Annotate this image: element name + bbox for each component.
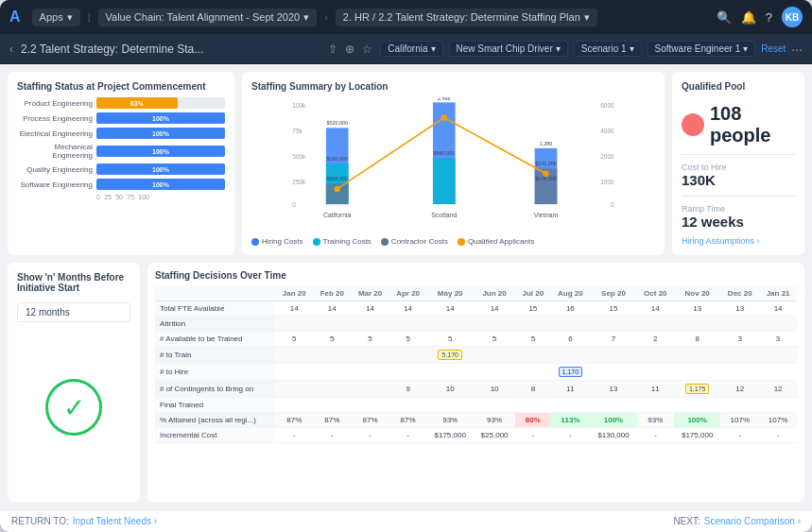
svg-text:2000: 2000 (600, 153, 614, 160)
staffing-summary-title: Staffing Summary by Location (251, 81, 655, 92)
table-row-fte: Total FTE Available 141414 141414 151615… (155, 301, 797, 317)
apps-label: Apps (40, 11, 63, 23)
table-row-contingents: # of Contingents to Bring on 91010 81113… (155, 381, 797, 398)
col-header-jun20: Jun 20 (474, 286, 515, 301)
pool-people: 108 people (682, 103, 795, 146)
decisions-title: Staffing Decisions Over Time (155, 270, 797, 281)
pool-circle-icon (682, 113, 704, 136)
col-header-jan20: Jan 20 (275, 286, 313, 301)
staffing-chart: 100k 75k 500k 250k 0 $520,000 $190,000 $… (251, 97, 655, 230)
months-input[interactable] (17, 302, 130, 322)
table-row-to-train: # to Train 5,170 (155, 347, 797, 364)
cell-100pct: 100% (590, 413, 636, 428)
svg-text:1000: 1000 (600, 179, 614, 185)
return-label: RETURN TO: (11, 516, 69, 526)
next-link[interactable]: Scenario Comparison › (704, 516, 801, 526)
bar-container-mechanical: 100% (96, 146, 225, 157)
top-section: Staffing Status at Project Commencement … (0, 64, 812, 259)
ramp-time-value: 12 weeks (682, 214, 795, 230)
sub-nav: ‹ 2.2 Talent Strategy: Determine Sta... … (0, 34, 812, 64)
help-icon[interactable]: ? (766, 10, 772, 25)
breadcrumb2[interactable]: 2. HR / 2.2 Talent Strategy: Determine S… (336, 9, 597, 26)
next-label: NEXT: (673, 516, 700, 526)
bottom-section: Show 'n' Months Before Initiative Start … (0, 259, 812, 509)
col-header-may20: May 20 (426, 286, 473, 301)
filter-scenario[interactable]: Scenario 1▾ (574, 41, 642, 57)
legend-qualified: Qualified Applicants (458, 237, 534, 246)
breadcrumb2-chevron: ▾ (584, 11, 590, 24)
legend-training: Training Costs (313, 237, 371, 246)
bar-row-quality: Quality Engineering 100% (17, 163, 225, 175)
filter-california[interactable]: California▾ (380, 41, 442, 57)
table-body: Total FTE Available 141414 141414 151615… (155, 301, 797, 443)
back-button[interactable]: ‹ (9, 43, 13, 56)
bar-fill-product: 63% (96, 97, 178, 109)
col-header-dec20: Dec 20 (720, 286, 759, 301)
nav-footer: RETURN TO: Input Talent Needs › NEXT: Sc… (0, 509, 812, 532)
bar-fill-electrical: 100% (96, 128, 225, 139)
search-icon[interactable]: 🔍 (717, 10, 732, 25)
legend-hiring: Hiring Costs (251, 237, 303, 246)
decisions-table: Jan 20 Feb 20 Mar 20 Apr 20 May 20 Jun 2… (155, 286, 797, 443)
col-header-mar20: Mar 20 (351, 286, 389, 301)
bar-fill-mechanical: 100% (96, 146, 225, 157)
svg-text:500k: 500k (292, 153, 306, 160)
more-options-icon[interactable]: ··· (791, 42, 803, 57)
col-header-jan21: Jan 21 (759, 286, 797, 301)
qualified-pool-card: Qualified Pool 108 people Cost to Hire 1… (672, 72, 804, 255)
reset-button[interactable]: Reset (761, 43, 786, 54)
staffing-status-bars: Product Engineering 63% Process Engineer… (17, 97, 225, 190)
table-row-cost: Incremental Cost --- - $175,000 $25,000 … (155, 428, 797, 443)
bar-container-electrical: 100% (96, 128, 225, 139)
decisions-card: Staffing Decisions Over Time Jan 20 Feb … (147, 263, 804, 502)
svg-rect-12 (433, 159, 456, 204)
page-title: 2.2 Talent Strategy: Determine Sta... (21, 43, 320, 56)
col-header-label (155, 286, 275, 301)
svg-text:Scotland: Scotland (431, 212, 457, 218)
bar-row-electrical: Electrical Engineering 100% (17, 128, 225, 139)
svg-text:$520,000: $520,000 (327, 120, 348, 126)
svg-text:2,498: 2,498 (438, 97, 450, 101)
show-months-title: Show 'n' Months Before Initiative Start (17, 272, 130, 293)
breadcrumb1-chevron: ▾ (303, 11, 309, 24)
chart-legend: Hiring Costs Training Costs Contractor C… (251, 237, 655, 246)
svg-text:$178,000: $178,000 (535, 176, 556, 181)
filter-chip-driver[interactable]: New Smart Chip Driver▾ (449, 41, 568, 57)
qualified-pool-title: Qualified Pool (682, 81, 795, 92)
star-icon[interactable]: ☆ (362, 43, 372, 56)
svg-text:Vietnam: Vietnam (534, 212, 559, 218)
staffing-summary-card: Staffing Summary by Location 100k 75k 50… (242, 72, 665, 255)
svg-text:$241,000: $241,000 (535, 161, 556, 166)
hiring-assumptions-link[interactable]: Hiring Assumptions › (682, 236, 795, 246)
col-header-nov20: Nov 20 (674, 286, 720, 301)
svg-point-20 (335, 186, 340, 192)
top-nav: A Apps ▾ | Value Chain: Talent Alignment… (0, 0, 812, 34)
bar-label-electrical: Electrical Engineering (17, 129, 93, 138)
bar-row-process: Process Engineering 100% (17, 112, 225, 124)
share-icon[interactable]: ⇧ (328, 43, 337, 56)
app-wrapper: A Apps ▾ | Value Chain: Talent Alignment… (0, 0, 812, 532)
cost-to-hire-label: Cost to Hire (682, 163, 795, 172)
bar-row-mechanical: Mechanical Engineering 100% (17, 143, 225, 160)
more-icon[interactable]: ⊕ (345, 43, 354, 56)
filter-engineer[interactable]: Software Engineer 1▾ (648, 41, 756, 57)
row-label-attrition: Attrition (155, 317, 275, 332)
breadcrumb1[interactable]: Value Chain: Talent Alignment - Sept 202… (98, 9, 318, 26)
apps-button[interactable]: Apps ▾ (32, 9, 80, 26)
svg-text:0: 0 (292, 201, 296, 208)
legend-contractor: Contractor Costs (381, 237, 448, 246)
svg-text:California: California (323, 212, 352, 218)
return-link[interactable]: Input Talent Needs › (73, 516, 157, 526)
sub-nav-actions: ⇧ ⊕ ☆ (328, 43, 372, 56)
staffing-status-title: Staffing Status at Project Commencement (17, 81, 225, 92)
bar-container-product: 63% (96, 97, 225, 109)
ramp-time: Ramp Time 12 weeks (682, 204, 795, 230)
row-label-cost: Incremental Cost (155, 428, 275, 443)
svg-text:$302,000: $302,000 (327, 176, 348, 181)
user-avatar[interactable]: KB (782, 7, 803, 27)
row-label-to-hire: # to Hire (155, 364, 275, 381)
bell-icon[interactable]: 🔔 (741, 10, 756, 25)
cell-100pct2: 100% (674, 413, 720, 428)
table-row-available-train: # Available to be Trained 555 555 567 28… (155, 332, 797, 347)
table-wrapper[interactable]: Jan 20 Feb 20 Mar 20 Apr 20 May 20 Jun 2… (155, 286, 797, 443)
